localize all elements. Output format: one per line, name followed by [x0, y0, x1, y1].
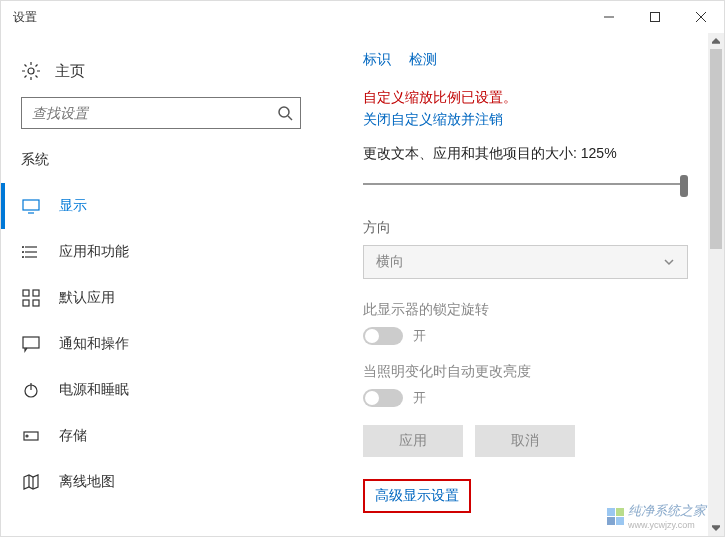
chevron-down-icon — [663, 256, 675, 268]
svg-point-23 — [26, 435, 28, 437]
scrollbar[interactable] — [708, 33, 724, 536]
home-label: 主页 — [55, 62, 85, 81]
detect-link[interactable]: 检测 — [409, 51, 437, 69]
sidebar-item-apps[interactable]: 应用和功能 — [1, 229, 321, 275]
sidebar-item-power-sleep[interactable]: 电源和睡眠 — [1, 367, 321, 413]
lock-rotation-state: 开 — [413, 327, 426, 345]
sidebar-item-label: 离线地图 — [59, 473, 115, 491]
scroll-up-button[interactable] — [708, 33, 724, 49]
search-input[interactable] — [22, 105, 270, 121]
svg-rect-17 — [23, 300, 29, 306]
svg-point-13 — [23, 252, 24, 253]
scaling-warning: 自定义缩放比例已设置。 — [363, 89, 724, 111]
advanced-link-highlight: 高级显示设置 — [363, 479, 471, 513]
svg-line-6 — [288, 116, 292, 120]
brightness-auto-toggle[interactable] — [363, 389, 403, 407]
slider-thumb[interactable] — [680, 175, 688, 197]
svg-rect-7 — [23, 200, 39, 210]
svg-point-4 — [28, 68, 34, 74]
slider-track — [363, 183, 688, 185]
gear-icon — [21, 61, 41, 81]
svg-rect-1 — [651, 13, 660, 22]
scale-slider[interactable] — [363, 173, 688, 197]
sidebar-item-label: 默认应用 — [59, 289, 115, 307]
sidebar-item-notifications[interactable]: 通知和操作 — [1, 321, 321, 367]
watermark-logo-icon — [607, 508, 624, 525]
sidebar: 主页 系统 显示 应用和功能 默认应用 通知和操作 电源和睡眠 — [1, 33, 321, 536]
sidebar-item-label: 应用和功能 — [59, 243, 129, 261]
scroll-thumb[interactable] — [710, 49, 722, 249]
cancel-button[interactable]: 取消 — [475, 425, 575, 457]
monitor-icon — [21, 196, 41, 216]
scroll-down-button[interactable] — [708, 520, 724, 536]
svg-point-12 — [23, 247, 24, 248]
category-label: 系统 — [1, 147, 321, 183]
svg-rect-16 — [33, 290, 39, 296]
search-icon — [270, 105, 300, 121]
search-box[interactable] — [21, 97, 301, 129]
sidebar-item-label: 电源和睡眠 — [59, 381, 129, 399]
dropdown-value: 横向 — [376, 253, 404, 271]
watermark-url: www.ycwjzy.com — [628, 520, 706, 530]
sidebar-item-label: 通知和操作 — [59, 335, 129, 353]
power-icon — [21, 380, 41, 400]
orientation-dropdown[interactable]: 横向 — [363, 245, 688, 279]
close-scaling-link[interactable]: 关闭自定义缩放并注销 — [363, 111, 724, 145]
minimize-button[interactable] — [586, 1, 632, 33]
lock-rotation-toggle[interactable] — [363, 327, 403, 345]
sidebar-item-display[interactable]: 显示 — [1, 183, 321, 229]
sidebar-home[interactable]: 主页 — [1, 53, 321, 97]
window-title: 设置 — [13, 9, 586, 26]
grid-icon — [21, 288, 41, 308]
sidebar-item-default-apps[interactable]: 默认应用 — [1, 275, 321, 321]
sidebar-item-offline-maps[interactable]: 离线地图 — [1, 459, 321, 505]
apply-button[interactable]: 应用 — [363, 425, 463, 457]
message-icon — [21, 334, 41, 354]
watermark: 纯净系统之家 www.ycwjzy.com — [607, 502, 706, 530]
svg-point-14 — [23, 257, 24, 258]
sidebar-item-storage[interactable]: 存储 — [1, 413, 321, 459]
brightness-auto-label: 当照明变化时自动更改亮度 — [363, 363, 724, 389]
close-button[interactable] — [678, 1, 724, 33]
scale-label: 更改文本、应用和其他项目的大小: 125% — [363, 145, 724, 173]
svg-rect-18 — [33, 300, 39, 306]
storage-icon — [21, 426, 41, 446]
svg-rect-15 — [23, 290, 29, 296]
sidebar-item-label: 显示 — [59, 197, 87, 215]
orientation-label: 方向 — [363, 219, 724, 245]
maximize-button[interactable] — [632, 1, 678, 33]
svg-rect-19 — [23, 337, 39, 348]
list-icon — [21, 242, 41, 262]
identify-link[interactable]: 标识 — [363, 51, 391, 69]
svg-point-5 — [279, 107, 289, 117]
watermark-text: 纯净系统之家 — [628, 502, 706, 520]
main-pane: 标识 检测 自定义缩放比例已设置。 关闭自定义缩放并注销 更改文本、应用和其他项… — [321, 33, 724, 536]
sidebar-item-label: 存储 — [59, 427, 87, 445]
brightness-auto-state: 开 — [413, 389, 426, 407]
advanced-display-link[interactable]: 高级显示设置 — [375, 487, 459, 503]
map-icon — [21, 472, 41, 492]
lock-rotation-label: 此显示器的锁定旋转 — [363, 301, 724, 327]
